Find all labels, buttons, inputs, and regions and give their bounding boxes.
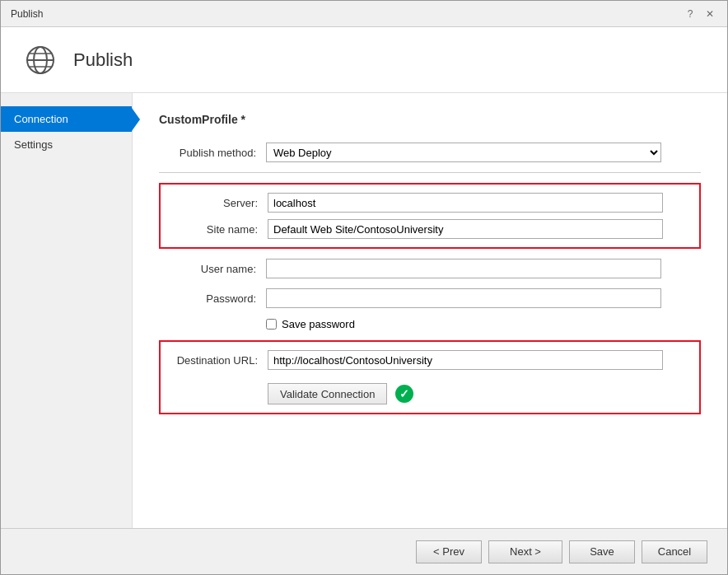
save-password-label: Save password bbox=[282, 318, 355, 330]
server-label: Server: bbox=[161, 197, 268, 209]
username-control bbox=[266, 259, 661, 278]
divider-1 bbox=[159, 172, 701, 173]
server-row: Server: bbox=[161, 193, 689, 213]
destination-url-highlight: Destination URL: Validate Connection ✓ bbox=[159, 340, 701, 414]
save-password-checkbox[interactable] bbox=[266, 319, 277, 330]
title-bar: Publish ? ✕ bbox=[1, 1, 727, 27]
sidebar: Connection Settings bbox=[1, 93, 133, 528]
password-row: Password: bbox=[159, 288, 701, 308]
site-name-control bbox=[268, 219, 663, 239]
help-button[interactable]: ? bbox=[683, 7, 698, 21]
publish-method-row: Publish method: Web Deploy bbox=[159, 143, 701, 162]
header-title: Publish bbox=[73, 49, 133, 71]
dialog-content: Connection Settings CustomProfile * Publ… bbox=[1, 93, 727, 528]
dialog-header: Publish bbox=[1, 27, 727, 93]
connection-valid-icon: ✓ bbox=[395, 385, 413, 403]
dialog-footer: < Prev Next > Save Cancel bbox=[1, 528, 727, 574]
publish-method-control[interactable]: Web Deploy bbox=[266, 143, 661, 162]
publish-method-label: Publish method: bbox=[159, 147, 266, 159]
server-input[interactable] bbox=[268, 193, 663, 213]
next-button[interactable]: Next > bbox=[488, 540, 562, 563]
password-label: Password: bbox=[159, 292, 266, 305]
publish-method-select[interactable]: Web Deploy bbox=[266, 143, 661, 162]
username-input[interactable] bbox=[266, 259, 661, 278]
publish-dialog: Publish ? ✕ Publish Connection Setting bbox=[0, 0, 728, 575]
section-title: CustomProfile * bbox=[159, 113, 701, 126]
validate-connection-button[interactable]: Validate Connection bbox=[268, 383, 387, 404]
close-button[interactable]: ✕ bbox=[702, 7, 717, 21]
dialog-title: Publish bbox=[11, 8, 43, 20]
destination-url-label: Destination URL: bbox=[161, 354, 268, 367]
validate-row: Validate Connection ✓ bbox=[268, 383, 413, 404]
password-input[interactable] bbox=[266, 288, 661, 308]
site-name-label: Site name: bbox=[161, 223, 268, 236]
destination-url-row: Destination URL: bbox=[161, 350, 689, 370]
prev-button[interactable]: < Prev bbox=[416, 540, 482, 563]
cancel-button[interactable]: Cancel bbox=[642, 540, 707, 563]
username-row: User name: bbox=[159, 259, 701, 278]
site-name-row: Site name: bbox=[161, 219, 689, 239]
title-bar-controls: ? ✕ bbox=[683, 7, 717, 21]
server-sitename-highlight: Server: Site name: bbox=[159, 183, 701, 249]
save-password-row: Save password bbox=[266, 318, 701, 330]
main-content: CustomProfile * Publish method: Web Depl… bbox=[133, 93, 727, 528]
destination-url-control bbox=[268, 350, 663, 370]
validate-connection-row: Validate Connection ✓ bbox=[161, 376, 689, 404]
site-name-input[interactable] bbox=[268, 219, 663, 239]
username-label: User name: bbox=[159, 263, 266, 275]
sidebar-item-connection[interactable]: Connection bbox=[1, 106, 132, 132]
sidebar-item-settings[interactable]: Settings bbox=[1, 132, 132, 157]
destination-url-input[interactable] bbox=[268, 350, 663, 370]
globe-icon bbox=[21, 40, 60, 80]
server-control bbox=[268, 193, 663, 213]
save-button[interactable]: Save bbox=[569, 540, 635, 563]
password-control bbox=[266, 288, 661, 308]
